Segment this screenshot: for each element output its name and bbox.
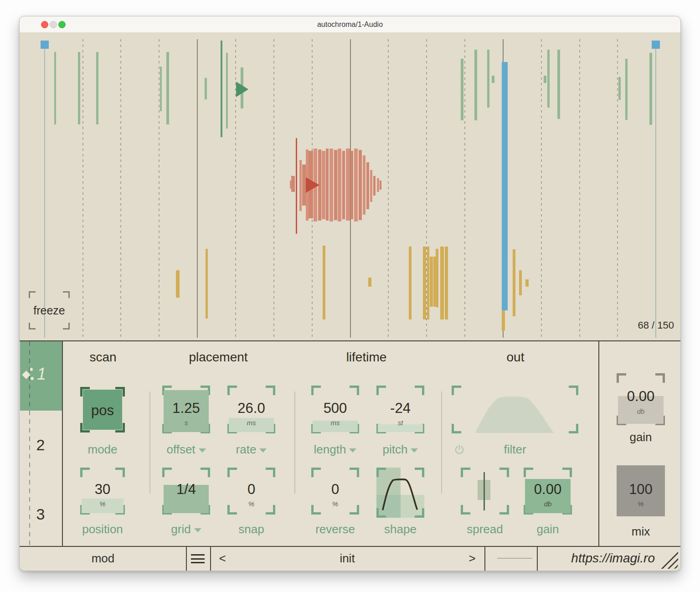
footer-slider[interactable] [497,558,532,559]
tab-voice-2[interactable]: 2 [20,411,62,480]
grain-bar [557,50,560,119]
grain-bar [205,78,207,99]
grain-bar [354,149,358,221]
reverse-knob[interactable]: 0 % [311,468,359,515]
bracket-icon [201,468,210,477]
grain-bar [474,50,477,120]
spread-knob[interactable] [461,468,509,515]
rate-label[interactable]: rate [227,443,275,456]
master-gain-unit: db [617,408,665,415]
filter-curve [452,386,578,433]
offset-value: 1.25 [162,401,210,415]
mode-value: pos [80,403,125,417]
mode-button[interactable]: pos [80,387,125,432]
grain-bar [440,247,444,319]
mix-knob[interactable]: 100 % [617,465,665,516]
snap-knob[interactable]: 0 % [227,468,275,515]
pitch-knob[interactable]: -24 st [376,386,424,433]
filter-display[interactable] [452,386,578,433]
grain-bar [296,138,297,234]
grain-bar [380,180,381,190]
position-unit: % [80,500,125,507]
bracket-icon [415,386,424,395]
tab-voice-3[interactable]: 3 [20,480,62,546]
resize-handle-icon[interactable] [657,549,678,569]
spread-label: spread [461,522,509,536]
grain-bar [226,53,228,129]
grain-bar [461,59,463,120]
grid-line [120,39,121,338]
grain-visualizer[interactable]: freeze 68 / 150 [20,32,680,340]
grain-bar [492,76,494,83]
preset-name[interactable]: init [256,551,438,566]
length-label[interactable]: length [311,443,359,456]
grain-bar [206,249,208,319]
grain-bar [350,151,353,219]
grain-bar [409,247,412,319]
mod-button[interactable]: mod [57,551,149,566]
playhead-triangle[interactable] [236,82,248,97]
playhead-triangle[interactable] [306,177,319,193]
freeze-button[interactable]: freeze [29,291,70,329]
bracket-icon [655,373,665,383]
length-knob[interactable]: 500 ms [311,386,359,433]
grain-bar [513,249,515,316]
voice-gain-label: gain [524,522,572,536]
tab-voice-1[interactable]: 1 [20,341,62,411]
spread-line [484,472,485,510]
bracket-icon [376,468,386,477]
chevron-down-icon [194,528,201,532]
bracket-icon [29,323,36,329]
reverse-unit: % [311,500,359,507]
bracket-icon [266,386,275,395]
chevron-down-icon [199,448,206,453]
loop-handle[interactable] [652,41,660,49]
preset-next-button[interactable]: > [465,551,479,566]
section-header-lifetime: lifetime [321,350,412,365]
loop-marker-line [655,49,656,338]
pitch-label[interactable]: pitch [376,443,424,456]
bracket-icon [29,291,36,298]
grain-bar [96,52,98,124]
voice-gain-knob[interactable]: 0.00 db [524,468,572,515]
bracket-icon [461,468,470,477]
grain-bar [329,149,333,221]
grain-bar [176,270,180,298]
bracket-icon [524,468,533,477]
grain-bar [359,150,362,220]
offset-knob[interactable]: 1.25 s [162,386,210,433]
section-header-placement: placement [173,350,264,365]
bracket-icon [63,323,70,329]
section-header-scan: scan [57,350,149,365]
grid-knob[interactable]: 1/4 [162,468,210,515]
menu-icon[interactable] [191,554,205,563]
grain-bar [54,52,56,124]
group-divider [149,391,150,494]
preset-prev-button[interactable]: < [216,551,229,566]
loop-handle[interactable] [41,41,49,49]
grain-bar [368,278,371,287]
bracket-icon [311,468,321,477]
position-knob[interactable]: 30 % [80,468,125,515]
grid-line [579,39,580,338]
grid-label[interactable]: grid [162,522,210,536]
footer-separator [484,547,485,571]
master-gain-knob[interactable]: 0.00 db [617,373,665,425]
mix-label: mix [617,525,665,538]
bracket-icon [415,508,424,518]
bracket-icon [569,424,578,433]
master-gain-label: gain [617,430,665,444]
footer-separator [186,547,187,571]
grain-bar [445,247,448,319]
length-value: 500 [311,401,359,415]
rate-knob[interactable]: 26.0 ms [227,386,275,433]
bracket-icon [461,505,470,515]
website-link[interactable]: https://imagi.ro [571,550,655,566]
bracket-icon [227,468,237,477]
panel-divider [20,340,680,341]
title-bar: autochroma/1-Audio [20,16,680,33]
shape-editor[interactable] [376,468,424,518]
offset-label[interactable]: offset [162,443,210,456]
pitch-unit: st [376,419,424,426]
grain-bar [334,150,337,220]
